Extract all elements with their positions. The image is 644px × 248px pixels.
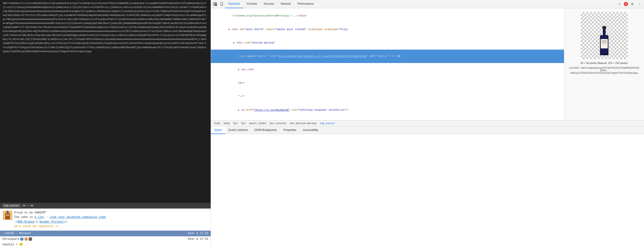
tab-accessibility[interactable]: Accessibility bbox=[300, 126, 322, 134]
tab-styles[interactable]: Styles bbox=[211, 126, 225, 134]
reply-avatar: 🙂 bbox=[19, 243, 23, 246]
inspect-icon[interactable] bbox=[212, 1, 218, 7]
breadcrumb-post34281[interactable]: #post-34281 bbox=[248, 122, 268, 125]
section-timestamp: Hier à 17:31 bbox=[188, 232, 208, 235]
bottom-tabs: Styles Event Listeners DOM Breakpoints P… bbox=[211, 126, 644, 134]
svg-rect-7 bbox=[215, 4, 217, 6]
image-dimensions: 50 × 50 pixels (Natural: 225 × 225 pixel… bbox=[580, 61, 628, 66]
tab-sources[interactable]: Sources bbox=[260, 0, 277, 8]
devtools-icons: » 5 ⚙ ⋮ bbox=[616, 1, 643, 7]
dom-line[interactable]: ▶ <a href="http://t.co/qKc5DzXG" rel="no… bbox=[211, 103, 564, 117]
reply-start: squalyl > bbox=[2, 243, 18, 246]
svg-rect-6 bbox=[214, 4, 215, 6]
dom-line: //schema.org/DiscussionForumPosting >...… bbox=[211, 9, 564, 22]
image-preview-panel: 50 × 50 pixels (Natural: 225 × 225 pixel… bbox=[564, 8, 644, 120]
dom-comment: //schema.org/DiscussionForumPosting >... bbox=[228, 14, 297, 17]
left-panel: 8DP+TWZGUWr371r2ttv3N2OG5o5dyxTzdxsaKxNI… bbox=[0, 0, 211, 248]
author-name: Zerosquare bbox=[2, 238, 32, 241]
bio-cake-text: The cake is bbox=[14, 216, 34, 219]
user-bio-section: Proud to be CAKE©®™ The cake is a lie! -… bbox=[0, 209, 211, 231]
dom-line: "->" bbox=[211, 90, 564, 103]
bio-lie-link[interactable]: a lie! bbox=[34, 216, 44, 219]
tab-dom-breakpoints[interactable]: DOM Breakpoints bbox=[251, 126, 280, 134]
svg-rect-2 bbox=[5, 213, 10, 219]
svg-rect-16 bbox=[602, 43, 606, 44]
dom-line[interactable]: ▶ <div c1d="bottom markup" bbox=[211, 36, 564, 49]
settings-icon[interactable]: ⚙ bbox=[629, 1, 636, 7]
svg-point-9 bbox=[222, 5, 222, 5]
dom-line-selected[interactable]: <img class="avatar" src="data:image/jpeg… bbox=[211, 50, 564, 63]
svg-rect-4 bbox=[214, 2, 215, 4]
bio-text: Proud to be CAKE©®™ The cake is a lie! -… bbox=[14, 211, 106, 229]
post-section-header: ./34282 - Marquer Hier à 17:31 bbox=[0, 231, 211, 236]
bio-line2: ->986-Studio's Wonder Project!<- bbox=[14, 220, 106, 224]
more-tabs-btn[interactable]: » bbox=[616, 1, 623, 7]
more-options-icon[interactable]: ⋮ bbox=[636, 1, 643, 7]
dom-tree[interactable]: //schema.org/DiscussionForumPosting >...… bbox=[211, 8, 564, 120]
breadcrumb-body[interactable]: body bbox=[222, 122, 231, 125]
devtools-tabs: Elements Console Sources Network Perform… bbox=[211, 0, 644, 8]
code-text: 8DP+TWZGUWr371r2ttv3N2OG5o5dyxTzdxsaKxNI… bbox=[0, 0, 211, 203]
bio-title: Proud to be CAKE©®™ bbox=[14, 211, 106, 215]
svg-rect-14 bbox=[602, 41, 606, 41]
bio-row: Proud to be CAKE©®™ The cake is a lie! -… bbox=[3, 211, 208, 229]
dom-line: <br> bbox=[211, 76, 564, 90]
dom-line[interactable]: ▶ <b>…</b> bbox=[211, 63, 564, 76]
error-count-badge: 5 bbox=[624, 2, 628, 6]
breadcrumb-div1[interactable]: div bbox=[232, 122, 240, 125]
tab-network[interactable]: Network bbox=[277, 0, 294, 8]
breadcrumb-html[interactable]: html bbox=[213, 122, 222, 125]
svg-rect-5 bbox=[215, 2, 217, 4]
image-src-text: currentSrc: data:image/jpeg;base64,/9j/4… bbox=[569, 66, 640, 72]
mobile-icon[interactable] bbox=[218, 1, 225, 7]
dom-line: 986-Studio</a> bbox=[211, 117, 564, 120]
author-label: Zerosquare bbox=[2, 238, 19, 241]
badge-box bbox=[29, 238, 32, 241]
user-avatar-small bbox=[3, 211, 12, 220]
badge-flame bbox=[24, 238, 28, 241]
bio-signature: yN a cassé ma signature :o bbox=[14, 224, 106, 229]
svg-rect-11 bbox=[603, 28, 606, 35]
bio-wonder-link[interactable]: Wonder Project! bbox=[40, 220, 65, 224]
svg-rect-3 bbox=[6, 214, 10, 216]
styles-panel bbox=[211, 134, 644, 248]
tooltip-size: 50 × 50 bbox=[22, 204, 34, 207]
svg-rect-0 bbox=[6, 211, 8, 213]
tab-performance[interactable]: Performance bbox=[294, 0, 317, 8]
svg-rect-17 bbox=[600, 53, 608, 55]
post-author-row: Zerosquare Hier à 17:31 bbox=[0, 236, 211, 242]
tab-event-listeners[interactable]: Event Listeners bbox=[225, 126, 252, 134]
devtools-main: //schema.org/DiscussionForumPosting >...… bbox=[211, 8, 644, 120]
image-alt-label: KMKiqcOVRSlK0ZRtwVHV43OywOid/V9gehU7WYhU… bbox=[569, 72, 640, 74]
breadcrumb-div2[interactable]: div bbox=[240, 122, 248, 125]
section-title: ./34282 - Marquer bbox=[2, 232, 31, 235]
breadcrumb-bar: html body div div #post-34281 div.conten… bbox=[211, 120, 644, 126]
right-panel: Elements Console Sources Network Perform… bbox=[211, 0, 644, 248]
tab-elements[interactable]: Elements bbox=[225, 0, 244, 8]
breadcrumb-div-bottom[interactable]: div.bottom.markup bbox=[288, 122, 318, 125]
badge-blue bbox=[20, 238, 24, 241]
svg-rect-15 bbox=[602, 42, 607, 42]
bio-studio-link[interactable]: 986-Studio bbox=[18, 220, 34, 224]
tooltip-bar: img.avatar 50 × 50 bbox=[0, 203, 211, 209]
breadcrumb-img-avatar[interactable]: img.avatar bbox=[318, 122, 336, 125]
bio-line1: The cake is a lie! - Love your weighted … bbox=[14, 215, 106, 220]
tab-console[interactable]: Console bbox=[244, 0, 260, 8]
image-src-label: currentSrc: data:image/jpeg;base64,/9j/4… bbox=[569, 66, 640, 74]
breadcrumb-div-content[interactable]: div.content bbox=[268, 122, 288, 125]
post-timestamp: Hier à 17:31 bbox=[188, 238, 208, 241]
image-preview-checker bbox=[581, 12, 628, 59]
tooltip-tag: img.avatar bbox=[2, 204, 21, 208]
post-content: squalyl > 🙂 bbox=[0, 242, 211, 248]
tab-properties[interactable]: Properties bbox=[280, 126, 300, 134]
bio-love-link[interactable]: Love your weighted companion cube bbox=[50, 216, 106, 219]
dom-line[interactable]: ▶ <div id="post-34279" class="panel post… bbox=[211, 22, 564, 36]
